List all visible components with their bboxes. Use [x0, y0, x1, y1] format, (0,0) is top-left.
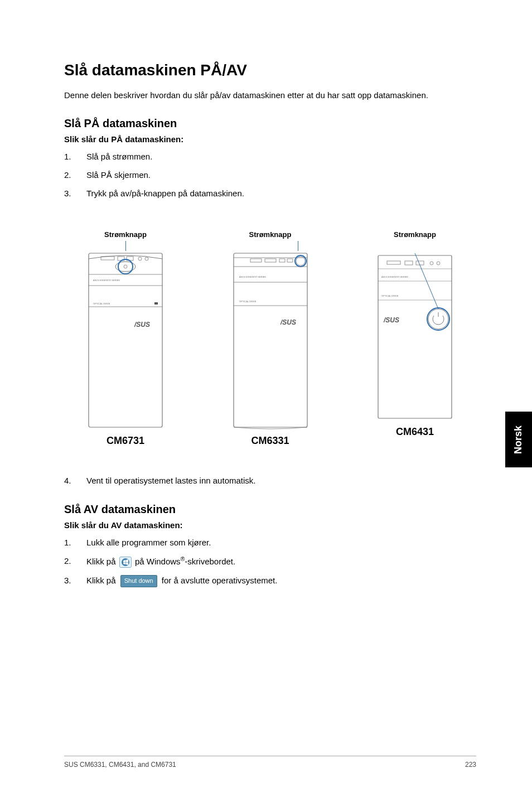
step-text: Slå PÅ skjermen.	[86, 169, 476, 181]
tower-cm6431: ASUS ESSENTIO SERIES OPTICAL DRIVE /SUS	[376, 253, 454, 421]
svg-text:OPTICAL DRIVE: OPTICAL DRIVE	[381, 294, 399, 297]
svg-rect-20	[279, 259, 285, 262]
step-text: Klikk på Shut down for å avslutte operat…	[86, 574, 476, 587]
footer-page-number: 223	[465, 761, 476, 769]
step-text: Trykk på av/på-knappen på datamaskinen.	[86, 187, 476, 199]
text-fragment: på Windows	[135, 557, 181, 566]
svg-rect-16	[234, 253, 307, 427]
figure-cm6331: Strømknapp ASUS ESSENTIO SERIES	[231, 230, 309, 447]
list-item: 3. Trykk på av/på-knappen på datamaskine…	[64, 187, 476, 199]
svg-point-43	[427, 308, 449, 330]
step-number: 4.	[64, 475, 86, 486]
section-off-title: Slå AV datamaskinen	[64, 503, 476, 516]
tower-cm6731: ASUS ESSENTIO SERIES OPTICAL DRIVE /SUS	[86, 251, 165, 429]
svg-rect-31	[387, 261, 400, 264]
figure-cm6431: Strømknapp ASUS ESSENTIO SERIES OPTICAL …	[376, 230, 454, 447]
steps-off-list: 1. Lukk alle programmer som kjører. 2. K…	[64, 537, 476, 587]
svg-rect-21	[287, 259, 293, 262]
svg-text:ASUS ESSENTIO SERIES: ASUS ESSENTIO SERIES	[239, 276, 266, 278]
svg-text:/SUS: /SUS	[280, 318, 296, 326]
page-title: Slå datamaskinen PÅ/AV	[64, 61, 476, 79]
steps-on-cont: 4. Vent til operatisystemet lastes inn a…	[64, 475, 476, 486]
leader-line	[125, 241, 126, 251]
svg-point-23	[295, 255, 306, 267]
step-number: 3.	[64, 187, 86, 199]
tower-cm6331: ASUS ESSENTIO SERIES OPTICAL DRIVE /SUS	[231, 251, 309, 429]
step-number: 1.	[64, 537, 86, 548]
step-text: Lukk alle programmer som kjører.	[86, 537, 476, 548]
step-number: 3.	[64, 574, 86, 587]
list-item: 2. Klikk på på Windows®-skrivebordet.	[64, 555, 476, 568]
step-number: 2.	[64, 555, 86, 568]
svg-point-35	[437, 262, 440, 265]
footer-left: SUS CM6331, CM6431, and CM6731	[64, 761, 176, 769]
power-button-label: Strømknapp	[104, 230, 147, 239]
svg-point-42	[428, 309, 448, 329]
power-button-label: Strømknapp	[394, 230, 436, 239]
windows-start-icon	[119, 557, 132, 568]
figure-cm6731: Strømknapp AS	[86, 230, 165, 447]
figures-row: Strømknapp AS	[64, 210, 476, 447]
svg-point-34	[430, 262, 433, 265]
list-item: 2. Slå PÅ skjermen.	[64, 169, 476, 181]
svg-text:OPTICAL DRIVE: OPTICAL DRIVE	[239, 300, 257, 303]
step-number: 1.	[64, 151, 86, 162]
intro-paragraph: Denne delen beskriver hvordan du slår på…	[64, 89, 476, 102]
leader-line	[298, 241, 298, 251]
language-label: Norsk	[513, 425, 525, 453]
text-fragment: for å avslutte operativsystemet.	[162, 576, 278, 585]
text-fragment: Klikk på	[86, 576, 116, 585]
power-button-label: Strømknapp	[249, 230, 292, 239]
section-on-subtitle: Slik slår du PÅ datamaskinen:	[64, 134, 476, 144]
shutdown-button-graphic: Shut down	[120, 575, 157, 587]
list-item: 4. Vent til operatisystemet lastes inn a…	[64, 475, 476, 486]
svg-rect-19	[265, 259, 276, 262]
svg-text:/SUS: /SUS	[134, 321, 150, 328]
svg-rect-1	[101, 257, 114, 260]
step-text: Slå på strømmen.	[86, 151, 476, 162]
text-fragment: Klikk på	[86, 557, 116, 566]
svg-text:ASUS ESSENTIO SERIES: ASUS ESSENTIO SERIES	[93, 279, 120, 282]
steps-on-list: 1. Slå på strømmen. 2. Slå PÅ skjermen. …	[64, 151, 476, 199]
svg-text:ASUS ESSENTIO SERIES: ASUS ESSENTIO SERIES	[381, 276, 408, 278]
svg-point-5	[145, 257, 148, 260]
svg-rect-32	[405, 261, 413, 265]
svg-rect-13	[154, 302, 158, 305]
list-item: 3. Klikk på Shut down for å avslutte ope…	[64, 574, 476, 587]
language-side-tab: Norsk	[505, 412, 532, 467]
section-on-title: Slå PÅ datamaskinen	[64, 117, 476, 130]
step-text: Vent til operatisystemet lastes inn auto…	[86, 475, 476, 486]
page-footer: SUS CM6331, CM6431, and CM6731 223	[64, 756, 476, 769]
text-fragment: -skrivebordet.	[185, 557, 235, 566]
step-text: Klikk på på Windows®-skrivebordet.	[86, 555, 476, 568]
svg-text:/SUS: /SUS	[383, 316, 399, 324]
svg-rect-30	[378, 255, 452, 418]
step-number: 2.	[64, 169, 86, 181]
model-label-cm6331: CM6331	[251, 435, 289, 447]
list-item: 1. Lukk alle programmer som kjører.	[64, 537, 476, 548]
section-off-subtitle: Slik slår du AV datamaskinen:	[64, 520, 476, 530]
svg-text:OPTICAL DRIVE: OPTICAL DRIVE	[93, 302, 110, 305]
model-label-cm6731: CM6731	[107, 435, 144, 447]
svg-rect-33	[416, 261, 424, 265]
svg-point-4	[138, 257, 142, 260]
svg-rect-18	[250, 259, 262, 262]
svg-point-8	[124, 265, 127, 268]
list-item: 1. Slå på strømmen.	[64, 151, 476, 162]
model-label-cm6431: CM6431	[396, 426, 434, 438]
